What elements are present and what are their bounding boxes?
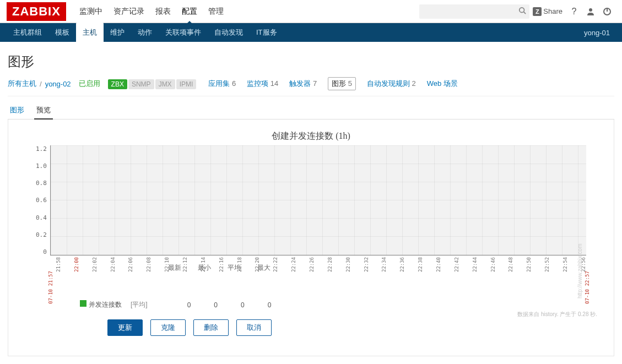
x-tick: 22:02 (92, 267, 98, 272)
x-tick: 22:44 (472, 267, 478, 272)
x-tick: 22:08 (146, 267, 152, 272)
search-box[interactable] (419, 4, 529, 19)
search-input[interactable] (423, 7, 518, 15)
logout-icon[interactable] (599, 0, 615, 23)
x-tick: 21:58 (56, 267, 61, 272)
search-icon[interactable] (518, 7, 526, 16)
legend-agg: [平均] (131, 300, 148, 309)
host-enabled-label: 已启用 (79, 79, 100, 89)
x-tick: 22:46 (490, 267, 496, 272)
logo[interactable]: ZABBIX (7, 2, 66, 21)
subnav-itservices[interactable]: IT服务 (250, 23, 284, 42)
tab-graph[interactable]: 图形 (8, 102, 26, 119)
x-tick: 22:06 (128, 267, 133, 272)
x-tick: 22:18 (237, 267, 242, 272)
nav-inventory[interactable]: 资产记录 (108, 0, 150, 23)
user-icon[interactable] (582, 0, 599, 23)
x-tick: 22:50 (526, 267, 532, 272)
x-tick: 22:22 (273, 267, 278, 272)
clone-button[interactable]: 克隆 (150, 319, 186, 336)
svg-point-0 (520, 8, 524, 13)
x-tick: 22:34 (381, 267, 387, 272)
nav-reports[interactable]: 报表 (150, 0, 176, 23)
share-icon: Z (533, 7, 542, 16)
breadcrumb-host[interactable]: yong-02 (45, 80, 71, 88)
preview-panel: 创建并发连接数 (1h) 1.2 1.0 0.8 0.6 0.4 0.2 0 0… (8, 119, 614, 356)
chart-plot-area: 07-10 21:57 07-10 22:57 (50, 145, 586, 256)
subnav-maintenance[interactable]: 维护 (104, 23, 131, 42)
nav-administration[interactable]: 管理 (203, 0, 229, 23)
page-title: 图形 (8, 53, 614, 70)
chart-end-time: 07-10 22:57 (585, 271, 590, 304)
x-tick: 22:48 (508, 267, 513, 272)
x-tick: 22:20 (255, 267, 260, 272)
svg-point-2 (589, 8, 592, 12)
link-discovery-rules[interactable]: 自动发现规则 2 (367, 79, 416, 89)
nav-configuration[interactable]: 配置 (176, 0, 203, 23)
subnav-hostgroups[interactable]: 主机群组 (7, 23, 48, 42)
current-user-label: yong-01 (584, 29, 615, 37)
chart-x-axis: 21:5822:0022:0222:0422:0622:0822:1022:12… (56, 258, 586, 263)
chart-title: 创建并发连接数 (1h) (36, 131, 586, 142)
x-tick: 22:12 (182, 267, 188, 272)
legend-headers: 最新 最小 平均 最大 (168, 263, 586, 273)
legend-swatch (80, 300, 86, 307)
x-tick: 22:04 (110, 267, 116, 272)
x-tick: 22:16 (219, 267, 224, 272)
update-button[interactable]: 更新 (107, 319, 143, 336)
tab-preview[interactable]: 预览 (34, 102, 53, 119)
badge-zbx: ZBX (108, 79, 127, 89)
action-buttons: 更新 克隆 删除 取消 (107, 319, 608, 336)
subnav-hosts[interactable]: 主机 (76, 23, 104, 42)
link-triggers[interactable]: 触发器 7 (289, 79, 317, 89)
chart: 创建并发连接数 (1h) 1.2 1.0 0.8 0.6 0.4 0.2 0 0… (36, 131, 586, 309)
chart-watermark: http://www.zabbix.com (577, 244, 583, 298)
x-tick: 22:36 (399, 267, 405, 272)
x-tick: 22:54 (562, 267, 568, 272)
breadcrumb-all-hosts[interactable]: 所有主机 (8, 79, 36, 89)
badge-jmx: JMX (155, 79, 175, 89)
x-tick: 22:26 (309, 267, 315, 272)
nav-monitoring[interactable]: 监测中 (74, 0, 108, 23)
x-tick: 22:28 (327, 267, 333, 272)
x-tick: 22:38 (418, 267, 423, 272)
x-tick: 22:24 (291, 267, 296, 272)
x-tick: 22:14 (201, 267, 206, 272)
x-tick: 22:30 (345, 267, 351, 272)
legend-series-name: 并发连接数 (89, 301, 122, 308)
chart-y-axis: 1.2 1.0 0.8 0.6 0.4 0.2 0 (36, 145, 50, 256)
link-applications[interactable]: 应用集 6 (208, 79, 236, 89)
subnav-discovery[interactable]: 自动发现 (208, 23, 250, 42)
legend-row: 并发连接数 [平均] 0 0 0 0 (80, 300, 586, 309)
delete-button[interactable]: 删除 (193, 319, 229, 336)
help-icon[interactable]: ? (566, 0, 582, 23)
tab-bar: 图形 预览 (8, 102, 614, 119)
share-link[interactable]: Z Share (533, 7, 562, 16)
link-items[interactable]: 监控项 14 (247, 79, 278, 89)
chart-footer-note: 数据来自 history. 产生于 0.28 秒. (517, 311, 597, 318)
subnav-templates[interactable]: 模板 (48, 23, 76, 42)
sub-navbar: 主机群组 模板 主机 维护 动作 关联项事件 自动发现 IT服务 yong-01 (0, 23, 622, 42)
x-tick: 22:42 (454, 267, 459, 272)
subnav-actions[interactable]: 动作 (131, 23, 159, 42)
x-tick: 22:52 (544, 267, 550, 272)
x-tick: 22:10 (164, 267, 170, 272)
chart-start-time: 07-10 21:57 (48, 271, 53, 304)
cancel-button[interactable]: 取消 (236, 319, 272, 336)
svg-line-1 (524, 12, 526, 14)
link-graphs[interactable]: 图形 5 (328, 77, 356, 90)
x-tick: 22:32 (364, 267, 369, 272)
x-tick: 22:40 (436, 267, 441, 272)
link-web-scenarios[interactable]: Web 场景 (427, 79, 458, 89)
breadcrumb: 所有主机 / yong-02 已启用 ZBXSNMPJMXIPMI 应用集 6 … (8, 77, 614, 96)
badge-snmp: SNMP (128, 79, 154, 89)
x-tick: 22:00 (74, 267, 79, 272)
badge-ipmi: IPMI (176, 79, 197, 89)
subnav-correlation[interactable]: 关联项事件 (159, 23, 208, 42)
top-navbar: ZABBIX 监测中 资产记录 报表 配置 管理 Z Share ? (0, 0, 622, 23)
